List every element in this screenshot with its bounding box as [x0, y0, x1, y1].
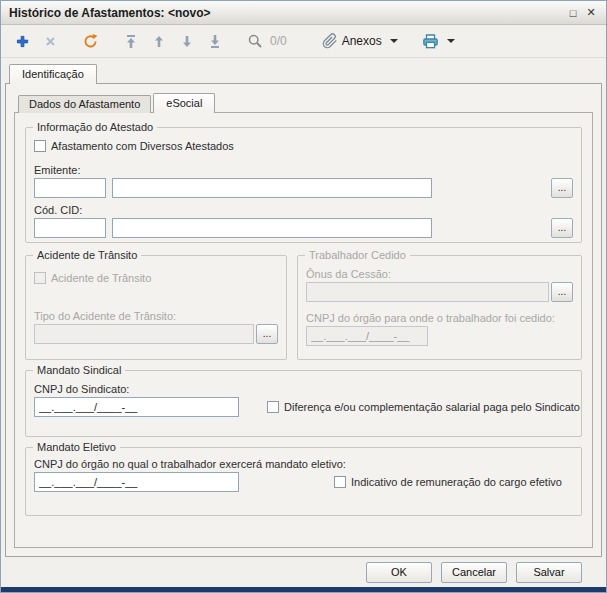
close-button[interactable]: ✕: [582, 5, 600, 21]
group-title: Mandato Eletivo: [33, 441, 120, 453]
cid-label: Cód. CID:: [34, 204, 573, 216]
dialog-window: Histórico de Afastamentos: <novo> □ ✕: [0, 0, 607, 593]
esocial-panel: Informação do Atestado Afastamento com D…: [14, 112, 593, 548]
checkbox-label: Acidente de Trânsito: [51, 272, 151, 284]
plus-icon: [15, 34, 30, 49]
last-record-icon: [208, 34, 222, 49]
cnpj-sindicato-input[interactable]: [34, 397, 239, 417]
delete-record-button: [37, 28, 63, 54]
cnpj-sindicato-label: CNPJ do Sindicato:: [34, 383, 239, 395]
search-button[interactable]: [242, 28, 268, 54]
tab-dados-do-afastamento[interactable]: Dados do Afastamento: [18, 95, 151, 113]
record-counter: 0/0: [270, 34, 287, 48]
outer-tab-strip: Identificação: [9, 63, 602, 83]
tipo-acidente-label: Tipo do Acidente de Trânsito:: [34, 310, 278, 322]
diversos-atestados-checkbox[interactable]: Afastamento com Diversos Atestados: [34, 140, 234, 152]
cnpj-eletivo-label: CNPJ do órgão no qual o trabalhador exer…: [34, 458, 573, 470]
last-record-button[interactable]: [202, 28, 228, 54]
anexos-button[interactable]: Anexos: [317, 28, 403, 54]
cnpj-cedido-label: CNPJ do órgão para onde o trabalhador fo…: [306, 312, 573, 324]
anexos-label: Anexos: [342, 34, 382, 48]
inner-tab-strip: Dados do Afastamento eSocial: [18, 92, 593, 112]
identificacao-panel: Dados do Afastamento eSocial Informação …: [5, 83, 602, 557]
down-arrow-icon: [180, 34, 194, 49]
cnpj-cedido-input: [306, 326, 428, 346]
tipo-acidente-browse-button[interactable]: ...: [256, 324, 278, 344]
tipo-acidente-input: [34, 324, 254, 344]
emitente-code-input[interactable]: [34, 178, 106, 198]
checkbox-label: Diferença e/ou complementação salarial p…: [284, 401, 580, 413]
previous-record-button[interactable]: [146, 28, 172, 54]
cnpj-eletivo-input[interactable]: [34, 472, 239, 492]
print-caret-icon: [447, 39, 455, 43]
footer-button-bar: OK Cancelar Salvar: [5, 557, 602, 587]
checkbox-box: [334, 476, 346, 488]
add-record-button[interactable]: [9, 28, 35, 54]
checkbox-box: [34, 272, 46, 284]
cid-description-input[interactable]: [112, 218, 432, 238]
tab-identificacao[interactable]: Identificação: [9, 64, 97, 84]
group-title: Acidente de Trânsito: [33, 249, 141, 261]
group-mandato-eletivo: Mandato Eletivo CNPJ do órgão no qual o …: [25, 447, 582, 516]
cid-browse-button[interactable]: ...: [551, 218, 573, 238]
group-trabalhador-cedido: Trabalhador Cedido Ônus da Cessão: ... C…: [297, 255, 582, 360]
acidente-transito-checkbox: Acidente de Trânsito: [34, 272, 151, 284]
group-title: Informação do Atestado: [33, 121, 157, 133]
checkbox-box: [267, 401, 279, 413]
toolbar: 0/0 Anexos: [1, 25, 606, 58]
save-button[interactable]: Salvar: [516, 562, 582, 583]
group-informacao-do-atestado: Informação do Atestado Afastamento com D…: [25, 127, 582, 243]
printer-icon: [422, 33, 439, 49]
cancel-button[interactable]: Cancelar: [441, 562, 507, 583]
refresh-icon: [82, 33, 99, 50]
onus-cessao-label: Ônus da Cessão:: [306, 268, 573, 280]
group-title: Mandato Sindical: [33, 364, 125, 376]
onus-cessao-input: [306, 282, 549, 302]
window-title: Histórico de Afastamentos: <novo>: [9, 6, 564, 20]
dialog-content: Identificação Dados do Afastamento eSoci…: [1, 58, 606, 587]
print-button[interactable]: [417, 28, 460, 54]
refresh-button[interactable]: [77, 28, 104, 54]
delete-x-icon: [43, 34, 58, 49]
group-mandato-sindical: Mandato Sindical CNPJ do Sindicato: Dife…: [25, 370, 582, 437]
window-bottom-border: [1, 587, 606, 592]
checkbox-label: Afastamento com Diversos Atestados: [51, 140, 234, 152]
cid-code-input[interactable]: [34, 218, 106, 238]
emitente-label: Emitente:: [34, 164, 573, 176]
anexos-caret-icon: [390, 39, 398, 43]
maximize-button[interactable]: □: [564, 5, 582, 21]
next-record-button[interactable]: [174, 28, 200, 54]
checkbox-label: Indicativo de remuneração do cargo efeti…: [351, 476, 562, 488]
tab-esocial[interactable]: eSocial: [153, 93, 215, 113]
search-icon: [247, 33, 263, 49]
middle-groups-row: Acidente de Trânsito Acidente de Trânsit…: [25, 255, 582, 360]
indicativo-remuneracao-checkbox[interactable]: Indicativo de remuneração do cargo efeti…: [334, 476, 562, 488]
group-title: Trabalhador Cedido: [305, 249, 410, 261]
emitente-description-input[interactable]: [112, 178, 432, 198]
onus-cessao-browse-button[interactable]: ...: [551, 282, 573, 302]
group-acidente-de-transito: Acidente de Trânsito Acidente de Trânsit…: [25, 255, 287, 360]
paperclip-icon: [322, 33, 338, 49]
emitente-browse-button[interactable]: ...: [551, 178, 573, 198]
title-bar: Histórico de Afastamentos: <novo> □ ✕: [1, 1, 606, 25]
diferenca-salarial-checkbox[interactable]: Diferença e/ou complementação salarial p…: [267, 401, 580, 413]
up-arrow-icon: [152, 34, 166, 49]
first-record-button[interactable]: [118, 28, 144, 54]
checkbox-box: [34, 140, 46, 152]
first-record-icon: [124, 34, 138, 49]
ok-button[interactable]: OK: [366, 562, 432, 583]
